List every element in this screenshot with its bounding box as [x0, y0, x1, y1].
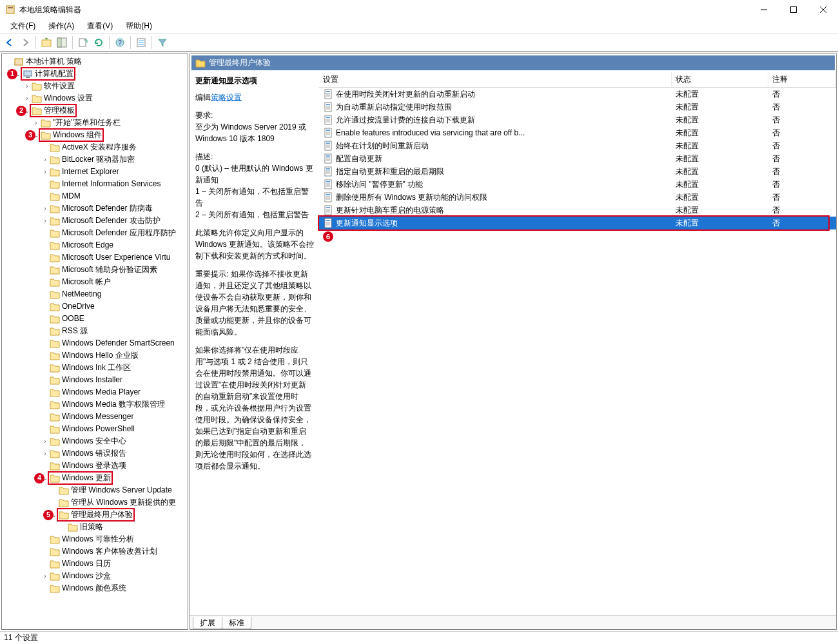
col-note[interactable]: 注释 — [768, 72, 836, 87]
tree-item[interactable]: 管理从 Windows 更新提供的更 — [2, 496, 188, 509]
folder-icon — [59, 498, 69, 508]
list-row[interactable]: 在使用时段关闭针对更新的自动重新启动未配置否 — [319, 88, 836, 101]
chevron-right-icon[interactable]: › — [41, 155, 50, 164]
menu-file[interactable]: 文件(F) — [4, 19, 42, 33]
properties-button[interactable] — [134, 35, 148, 50]
list-row[interactable]: 更新针对电脑车重启的电源策略未配置否 — [319, 204, 836, 217]
tree-item[interactable]: ›BitLocker 驱动器加密 — [2, 153, 188, 166]
tree-item[interactable]: ›Internet Explorer — [2, 166, 188, 178]
setting-state: 未配置 — [672, 140, 768, 151]
chevron-right-icon[interactable]: › — [41, 204, 50, 213]
expander-blank — [41, 400, 50, 409]
tree-item[interactable]: ›Windows 安全中心 — [2, 435, 188, 447]
tree-item[interactable]: ›Microsoft Defender 攻击防护 — [2, 215, 188, 227]
tree-item[interactable]: ›Windows 错误报告 — [2, 447, 188, 460]
tree-item[interactable]: ›软件设置 — [2, 80, 188, 92]
help-button[interactable]: ? — [113, 35, 127, 50]
list-row[interactable]: 删除使用所有 Windows 更新功能的访问权限未配置否 — [319, 191, 836, 204]
list-row[interactable]: 配置自动更新未配置否 — [319, 152, 836, 165]
policy-settings-link[interactable]: 策略设置 — [211, 93, 242, 102]
tree-item[interactable]: 管理 Windows Server Update — [2, 484, 188, 496]
tree-item[interactable]: Microsoft 辅助身份验证因素 — [2, 264, 188, 276]
list-row[interactable]: 始终在计划的时间重新启动未配置否 — [319, 139, 836, 152]
list-row[interactable]: 更新通知显示选项未配置否 — [319, 217, 836, 229]
minimize-button[interactable] — [749, 0, 779, 19]
tree-item[interactable]: ActiveX 安装程序服务 — [2, 141, 188, 153]
menu-action[interactable]: 操作(A) — [42, 19, 81, 33]
tree-item[interactable]: 旧策略 — [2, 521, 188, 533]
tree-item[interactable]: RSS 源 — [2, 325, 188, 337]
tree-item[interactable]: MDM — [2, 190, 188, 202]
tree-item[interactable]: Windows 日历 — [2, 558, 188, 570]
close-button[interactable] — [808, 0, 838, 19]
tree-item[interactable]: Microsoft Defender 应用程序防护 — [2, 227, 188, 239]
chevron-right-icon[interactable]: › — [23, 82, 32, 91]
expander-icon[interactable] — [5, 57, 14, 66]
tree-item[interactable]: Windows Defender SmartScreen — [2, 337, 188, 349]
tree-item[interactable]: ⌄Windows 更新 — [2, 472, 188, 484]
tree-item[interactable]: Windows Ink 工作区 — [2, 362, 188, 374]
chevron-right-icon[interactable]: › — [41, 217, 50, 226]
col-state[interactable]: 状态 — [672, 72, 768, 87]
tree-item[interactable]: ›Windows 设置 — [2, 92, 188, 104]
tree-item[interactable]: NetMeeting — [2, 288, 188, 300]
tree-item[interactable]: Windows Messenger — [2, 411, 188, 423]
tree-item[interactable]: Windows Media Player — [2, 386, 188, 398]
tree-label: "开始"菜单和任务栏 — [53, 117, 121, 129]
back-button[interactable] — [3, 35, 17, 50]
tree-item[interactable]: Windows PowerShell — [2, 423, 188, 435]
expander-blank — [41, 229, 50, 238]
tree-root[interactable]: 本地计算机 策略 — [2, 55, 188, 68]
tree-item[interactable]: ⌄计算机配置 — [2, 68, 188, 80]
col-setting[interactable]: 设置 — [319, 72, 672, 87]
chevron-right-icon[interactable]: › — [41, 437, 50, 446]
tree-item[interactable]: Windows Installer — [2, 374, 188, 386]
tree-item[interactable]: ›Microsoft Defender 防病毒 — [2, 202, 188, 215]
tree-item[interactable]: Windows 登录选项 — [2, 460, 188, 472]
tree-item[interactable]: ⌄管理最终用户体验 — [2, 509, 188, 521]
tree-item[interactable]: ⌄管理模板 — [2, 104, 188, 117]
expander-blank — [41, 315, 50, 324]
chevron-right-icon[interactable]: › — [41, 572, 50, 581]
export-button[interactable] — [76, 35, 90, 50]
refresh-button[interactable] — [92, 35, 106, 50]
expander-blank — [41, 192, 50, 201]
tree-item[interactable]: Microsoft 帐户 — [2, 276, 188, 288]
list-row[interactable]: Enable features introduced via servicing… — [319, 126, 836, 139]
show-hide-button[interactable] — [55, 35, 69, 50]
menu-view[interactable]: 查看(V) — [81, 19, 119, 33]
list-row[interactable]: 为自动重新启动指定使用时段范围未配置否 — [319, 101, 836, 113]
maximize-button[interactable] — [779, 0, 808, 19]
tree-item[interactable]: Windows Hello 企业版 — [2, 349, 188, 362]
filter-button[interactable] — [155, 35, 170, 50]
tab-extended[interactable]: 扩展 — [193, 617, 222, 629]
chevron-right-icon[interactable]: › — [41, 168, 50, 177]
tree-item[interactable]: Windows Media 数字权限管理 — [2, 398, 188, 411]
tree-item[interactable]: ›"开始"菜单和任务栏 — [2, 117, 188, 129]
forward-button[interactable] — [18, 35, 32, 50]
tree-item[interactable]: Internet Information Services — [2, 178, 188, 190]
tree-item[interactable]: Windows 可靠性分析 — [2, 533, 188, 545]
tree-item[interactable]: Windows 客户体验改善计划 — [2, 545, 188, 558]
up-button[interactable] — [39, 35, 54, 50]
list-row[interactable]: 允许通过按流量计费的连接自动下载更新未配置否 — [319, 113, 836, 126]
svg-rect-20 — [326, 91, 330, 92]
chevron-right-icon[interactable]: › — [23, 94, 32, 103]
chevron-right-icon[interactable]: › — [32, 119, 41, 128]
expander-blank — [41, 253, 50, 262]
folder-icon — [50, 155, 60, 165]
tree-item[interactable]: Windows 颜色系统 — [2, 582, 188, 594]
computer-icon — [23, 69, 33, 79]
tree-item[interactable]: Microsoft User Experience Virtu — [2, 251, 188, 264]
menu-help[interactable]: 帮助(H) — [119, 19, 159, 33]
tree-item[interactable]: ›Windows 沙盒 — [2, 570, 188, 582]
tab-standard[interactable]: 标准 — [222, 617, 251, 629]
tree-item[interactable]: OOBE — [2, 313, 188, 325]
svg-rect-16 — [15, 59, 23, 65]
list-row[interactable]: 指定自动更新和重启的最后期限未配置否 — [319, 165, 836, 178]
tree-item[interactable]: OneDrive — [2, 300, 188, 313]
tree-item[interactable]: Microsoft Edge — [2, 239, 188, 251]
expander-blank — [41, 547, 50, 556]
chevron-right-icon[interactable]: › — [41, 449, 50, 458]
list-row[interactable]: 移除访问 "暂停更新" 功能未配置否 — [319, 178, 836, 191]
